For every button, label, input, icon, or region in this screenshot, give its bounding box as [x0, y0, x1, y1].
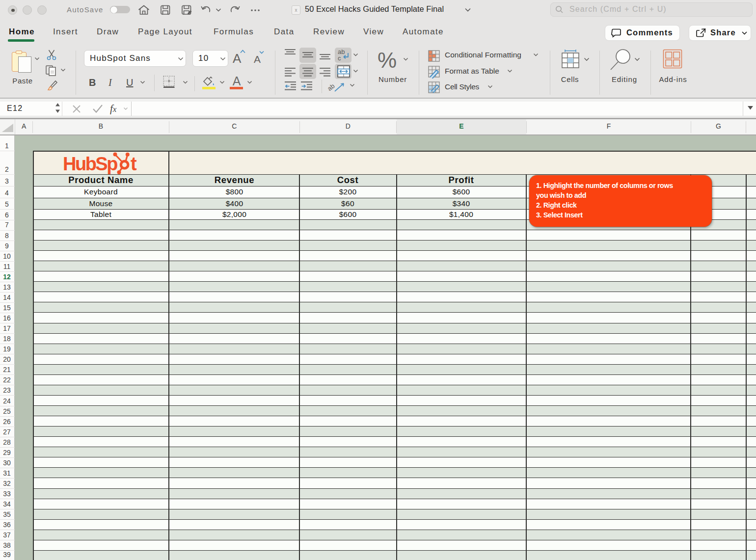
svg-text:HubSp: HubSp — [63, 154, 117, 174]
svg-text:c: c — [338, 54, 341, 62]
svg-text:t: t — [131, 154, 137, 174]
